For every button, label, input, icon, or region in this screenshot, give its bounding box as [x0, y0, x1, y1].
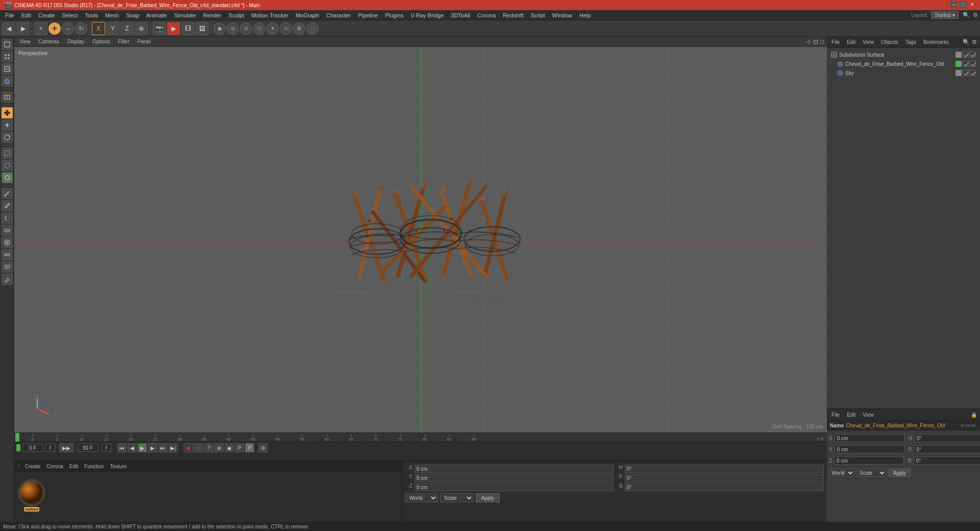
x-mode-button[interactable]: X [92, 22, 105, 35]
key-pos-2-button[interactable]: P [245, 443, 254, 452]
sculpt-erase-button[interactable] [2, 274, 13, 285]
viewport-fit-icon[interactable]: ⊡ [813, 38, 818, 45]
attr-nav-edit[interactable]: Edit [845, 412, 857, 418]
move-tool-left[interactable] [2, 107, 13, 118]
undo-button[interactable]: ◀ [2, 22, 15, 35]
close-button[interactable]: ✕ [969, 1, 976, 8]
edges-mode-button[interactable] [2, 63, 13, 75]
key-pos-button[interactable]: P [235, 443, 244, 452]
key-all-button[interactable]: ⊕ [214, 443, 224, 452]
coord-p-input[interactable] [625, 474, 824, 482]
solid-view-button[interactable]: ◉ [213, 22, 226, 35]
play-button[interactable]: ▶ [138, 443, 147, 452]
y-mode-button[interactable]: Y [106, 22, 119, 35]
step-forward-button[interactable]: ▶ [148, 443, 157, 452]
scale-tool-button[interactable]: ↔ [62, 22, 74, 35]
mat-function-menu[interactable]: Function [83, 463, 105, 470]
attr-b-input[interactable] [914, 456, 980, 465]
attr-z-input[interactable] [834, 456, 904, 465]
menu-redshift[interactable]: Redshift [500, 11, 526, 19]
texture-view-button[interactable]: ⬡ [253, 22, 265, 35]
obj-nav-objects[interactable]: Objects [879, 39, 900, 45]
attr-world-dropdown[interactable]: World Object [829, 469, 855, 477]
sculpt-layer-button[interactable] [2, 261, 13, 273]
viewport-nav-view[interactable]: View [17, 38, 33, 45]
redo-button[interactable]: ▶ [16, 22, 30, 35]
attr-x-input[interactable] [835, 434, 904, 442]
menu-animate[interactable]: Animate [143, 11, 170, 19]
mat-edit-menu[interactable]: Edit [68, 463, 80, 470]
mat-texture-menu[interactable]: Texture [108, 463, 128, 470]
mat-corona-menu[interactable]: Corona [45, 463, 65, 470]
light-view-button[interactable]: ☀ [266, 22, 279, 35]
current-frame-input[interactable] [22, 444, 43, 452]
wireframe-view-button[interactable]: ◎ [227, 22, 239, 35]
menu-tools[interactable]: Tools [82, 11, 101, 19]
tick-container[interactable]: 0 5 10 15 20 25 30 35 40 45 50 55 60 65 [20, 433, 805, 442]
coord-z-input[interactable] [414, 483, 614, 491]
model-mode-button[interactable] [2, 39, 13, 50]
frame-input-2[interactable] [45, 444, 55, 452]
rotate-tool-button[interactable]: ↻ [75, 22, 87, 35]
menu-script[interactable]: Script [528, 11, 548, 19]
all-axes-button[interactable]: ⊕ [135, 22, 148, 35]
coord-h-input[interactable] [625, 465, 824, 473]
obj-nav-file[interactable]: File [830, 39, 841, 45]
play-preview-button[interactable]: ▶▶ [59, 443, 74, 452]
attr-nav-view[interactable]: View [861, 412, 875, 418]
go-end-button[interactable]: ⏭ [158, 443, 167, 452]
obj-item-subdivision[interactable]: Subdivision Surface [829, 50, 978, 59]
obj-nav-tags[interactable]: Tags [904, 39, 918, 45]
end-frame-input[interactable] [78, 444, 98, 452]
timeline-settings-button[interactable]: ⚙ [258, 443, 267, 452]
render-to-picture-button[interactable]: 🖼 [195, 22, 209, 35]
viewport-nav-display[interactable]: Display [65, 38, 86, 45]
uv-mode-button[interactable] [2, 91, 13, 103]
floor-button[interactable]: ▭ [280, 22, 292, 35]
timeline-options-btn[interactable]: ⚙ [258, 443, 267, 452]
render-all-button[interactable]: 🎞 [181, 22, 194, 35]
go-start-button[interactable]: ⏮ [117, 443, 127, 452]
menu-create[interactable]: Create [35, 11, 58, 19]
render-button[interactable]: ▶ [167, 22, 180, 35]
select-rect-button[interactable] [2, 148, 13, 159]
sculpt-flatten-button[interactable] [2, 249, 13, 260]
viewport-reset-icon[interactable]: ⊹ [806, 38, 811, 45]
go-last-key-button[interactable]: ▶| [168, 443, 178, 452]
menu-select[interactable]: Select [59, 11, 81, 19]
brush-button[interactable] [2, 200, 13, 211]
coord-system-dropdown[interactable]: World Object Camera [405, 493, 438, 502]
viewport-canvas[interactable]: Perspective [14, 47, 827, 432]
coord-b-input[interactable] [625, 483, 824, 491]
settings-icon[interactable]: ⚙ [973, 12, 978, 18]
sculpt-smooth-button[interactable] [2, 225, 13, 236]
hidden-line-button[interactable]: ⊙ [240, 22, 252, 35]
menu-sculpt[interactable]: Sculpt [226, 11, 248, 19]
obj-item-sky[interactable]: Sky [835, 68, 978, 78]
viewport-nav-cameras[interactable]: Cameras [37, 38, 62, 45]
end-frame-input-2[interactable] [101, 444, 111, 452]
select-live-button[interactable] [2, 160, 13, 171]
sculpt-inflate-button[interactable] [2, 237, 13, 248]
auto-key-button[interactable]: ⊙ [194, 443, 203, 452]
hdri-button[interactable]: ◌ [306, 22, 318, 35]
viewport-nav-panel[interactable]: Panel [136, 38, 153, 45]
search-icon[interactable]: 🔍 [963, 12, 970, 18]
attr-p-input[interactable] [914, 445, 980, 453]
viewport-maximize-icon[interactable]: □ [820, 38, 824, 45]
menu-snap[interactable]: Snap [123, 11, 142, 19]
create-object-button[interactable]: + [34, 22, 47, 35]
maximize-button[interactable]: □ [960, 1, 967, 8]
menu-edit[interactable]: Edit [18, 11, 34, 19]
render-region-button[interactable]: 📷 [153, 22, 166, 35]
minimize-button[interactable]: ─ [950, 1, 958, 8]
menu-pipeline[interactable]: Pipeline [355, 11, 381, 19]
menu-window[interactable]: Window [549, 11, 575, 19]
select-loop-button[interactable] [2, 172, 13, 183]
menu-help[interactable]: Help [576, 11, 594, 19]
record-button[interactable]: ⏺ [184, 443, 193, 452]
step-back-button[interactable]: ◀ [128, 443, 137, 452]
menu-mograph[interactable]: MoGraph [292, 11, 322, 19]
menu-vray[interactable]: V-Ray Bridge [408, 11, 447, 19]
attr-nav-file[interactable]: File [830, 412, 841, 418]
